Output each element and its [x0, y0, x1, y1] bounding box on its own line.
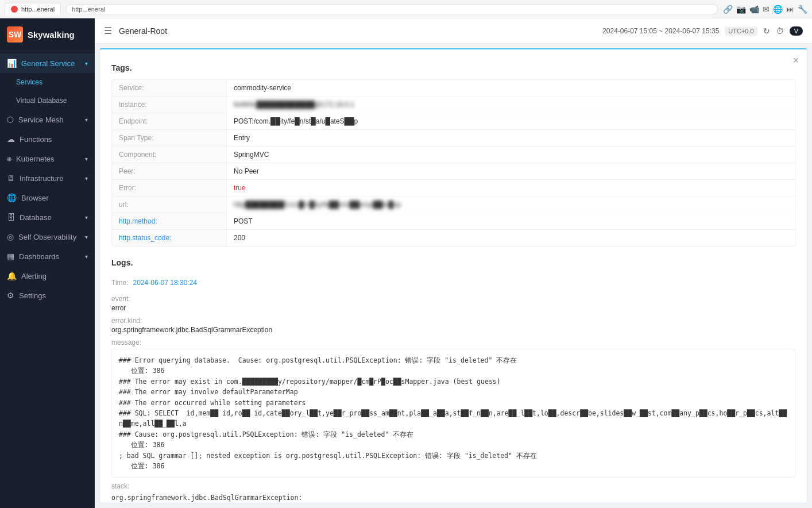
message-label: message:: [111, 338, 795, 347]
header-right: 2024-06-07 15:05 ~ 2024-06-07 15:35 UTC+…: [602, 26, 803, 36]
top-header: ☰ General-Root 2024-06-07 15:05 ~ 2024-0…: [95, 18, 812, 44]
tag-value-url: http████████l1/co█m█ity/fe██n/st██e/up██…: [227, 197, 795, 213]
tag-label-component: Component:: [112, 147, 227, 163]
tab-label: http...eneral: [21, 6, 55, 13]
browser-action-next[interactable]: ⏭: [786, 5, 794, 14]
tag-label-http-status: http.status_code:: [112, 230, 227, 246]
stack-section: stack: org.springframework.jdbc.BadSqlGr…: [111, 482, 795, 503]
main-area: ☰ General-Root 2024-06-07 15:05 ~ 2024-0…: [95, 18, 812, 508]
tag-value-http-method: POST: [227, 213, 795, 230]
tag-label-url: url:: [112, 197, 227, 213]
sidebar-item-services[interactable]: Services: [0, 73, 95, 91]
message-value: ### Error querying database. Cause: org.…: [111, 349, 795, 478]
sidebar-item-label-browser: Browser: [21, 194, 49, 202]
app-container: SW Skywalking 📊 General Service ▾ Servic…: [0, 18, 812, 508]
tag-label-error: Error:: [112, 180, 227, 197]
general-service-icon: 📊: [7, 59, 17, 68]
tag-value-instance: 6e969c████████████@172.18.0.1: [227, 97, 795, 113]
tag-label-peer: Peer:: [112, 163, 227, 180]
toggle-switch[interactable]: V: [790, 26, 803, 36]
tag-value-service: commodity-service: [227, 80, 795, 97]
sidebar-item-label-alerting: Alerting: [21, 272, 47, 280]
clock-icon[interactable]: ⏱: [776, 26, 784, 36]
service-mesh-icon: ⬡: [7, 115, 14, 124]
sidebar-item-self-observability[interactable]: ◎ Self Observability ▾: [0, 227, 95, 247]
error-kind-value: org.springframework.jdbc.BadSqlGrammarEx…: [111, 326, 795, 334]
browser-tab[interactable]: http...eneral: [5, 3, 61, 15]
tag-value-spantype: Entry: [227, 130, 795, 147]
event-label: event:: [111, 295, 795, 303]
log-time-value: 2024-06-07 18:30:24: [133, 279, 197, 287]
browser-action-camera[interactable]: 📹: [749, 5, 759, 14]
self-obs-icon: ◎: [7, 232, 14, 241]
detail-panel: × Tags. Service: commodity-service Insta…: [99, 48, 807, 503]
sidebar-item-label-services: Services: [16, 78, 42, 86]
refresh-icon[interactable]: ↻: [763, 26, 770, 36]
tag-label-instance: Instance:: [112, 97, 227, 113]
sidebar-item-infrastructure[interactable]: 🖥 Infrastructure ▾: [0, 168, 95, 188]
sidebar-item-alerting[interactable]: 🔔 Alerting: [0, 266, 95, 286]
error-kind-label: error.kind:: [111, 317, 795, 325]
chevron-right-icon: ▾: [85, 117, 88, 123]
chevron-right-infra-icon: ▾: [85, 175, 88, 182]
sidebar-logo: SW Skywalking: [0, 18, 95, 51]
browser-url[interactable]: http...eneral: [65, 4, 718, 14]
logo-text: Skywalking: [28, 30, 75, 40]
browser-action-screenshot[interactable]: 📷: [736, 5, 746, 14]
tag-value-endpoint: POST:/com.██ity/fe█n/st█a/u█ateS██p: [227, 113, 795, 130]
browser-icon: 🌐: [7, 193, 17, 202]
settings-icon: ⚙: [7, 291, 14, 300]
stack-value: org.springframework.jdbc.BadSqlGrammarEx…: [111, 492, 795, 503]
chevron-right-dash-icon: ▾: [85, 253, 88, 260]
sidebar-item-functions[interactable]: ☁ Functions: [0, 129, 95, 149]
panel-area: × Tags. Service: commodity-service Insta…: [95, 44, 812, 508]
sidebar-item-settings[interactable]: ⚙ Settings: [0, 286, 95, 305]
chevron-right-db-icon: ▾: [85, 214, 88, 221]
stack-label: stack:: [111, 482, 795, 490]
sidebar-item-label-virtual-database: Virtual Database: [16, 97, 67, 105]
tag-label-service: Service:: [112, 80, 227, 97]
event-value: error: [111, 304, 795, 312]
infrastructure-icon: 🖥: [7, 174, 15, 183]
browser-action-globe[interactable]: 🌐: [773, 5, 783, 14]
toggle-label: V: [794, 28, 798, 34]
sidebar-item-virtual-database[interactable]: Virtual Database: [0, 91, 95, 110]
tag-label-http-method: http.method:: [112, 213, 227, 230]
panel-content: Tags. Service: commodity-service Instanc…: [100, 49, 807, 503]
sidebar-item-label-functions: Functions: [20, 135, 52, 144]
tags-section-title: Tags.: [111, 63, 795, 72]
sidebar-item-database[interactable]: 🗄 Database ▾: [0, 207, 95, 227]
sidebar: SW Skywalking 📊 General Service ▾ Servic…: [0, 18, 95, 508]
logo-icon: SW: [7, 26, 23, 43]
log-time-label: Time:: [111, 279, 129, 287]
menu-toggle-icon[interactable]: ☰: [104, 25, 112, 36]
close-button[interactable]: ×: [792, 55, 799, 66]
sidebar-item-label-dashboards: Dashboards: [19, 252, 59, 261]
sidebar-item-dashboards[interactable]: ▦ Dashboards ▾: [0, 247, 95, 266]
sidebar-item-label-self-obs: Self Observability: [18, 233, 76, 241]
chevron-down-icon: ▾: [85, 60, 88, 67]
sidebar-item-browser[interactable]: 🌐 Browser: [0, 188, 95, 207]
alerting-icon: 🔔: [7, 271, 17, 280]
sidebar-item-label-infrastructure: Infrastructure: [20, 174, 64, 183]
chevron-right-kubernetes-icon: ▾: [85, 156, 88, 162]
breadcrumb: General-Root: [119, 26, 167, 36]
browser-actions: 🔗 📷 📹 ✉ 🌐 ⏭ 🔧: [723, 5, 807, 14]
browser-action-bookmark[interactable]: 🔗: [723, 5, 733, 14]
browser-action-code[interactable]: 🔧: [798, 5, 807, 14]
sidebar-item-label-settings: Settings: [19, 291, 46, 300]
sidebar-section-main: 📊 General Service ▾ Services Virtual Dat…: [0, 51, 95, 307]
tag-value-component: SpringMVC: [227, 147, 795, 163]
logs-section: Logs. Time: 2024-06-07 18:30:24 event: e…: [111, 258, 795, 503]
sidebar-item-service-mesh[interactable]: ⬡ Service Mesh ▾: [0, 110, 95, 129]
functions-icon: ☁: [7, 134, 15, 144]
database-icon: 🗄: [7, 213, 15, 222]
sidebar-item-label-kubernetes: Kubernetes: [16, 155, 55, 163]
tag-label-spantype: Span Type:: [112, 130, 227, 147]
sidebar-item-general-service[interactable]: 📊 General Service ▾: [0, 53, 95, 73]
browser-action-mail[interactable]: ✉: [763, 5, 770, 14]
tab-favicon: [11, 6, 18, 13]
tag-value-http-status: 200: [227, 230, 795, 246]
sidebar-item-kubernetes[interactable]: ⎈ Kubernetes ▾: [0, 149, 95, 168]
dashboards-icon: ▦: [7, 252, 14, 261]
